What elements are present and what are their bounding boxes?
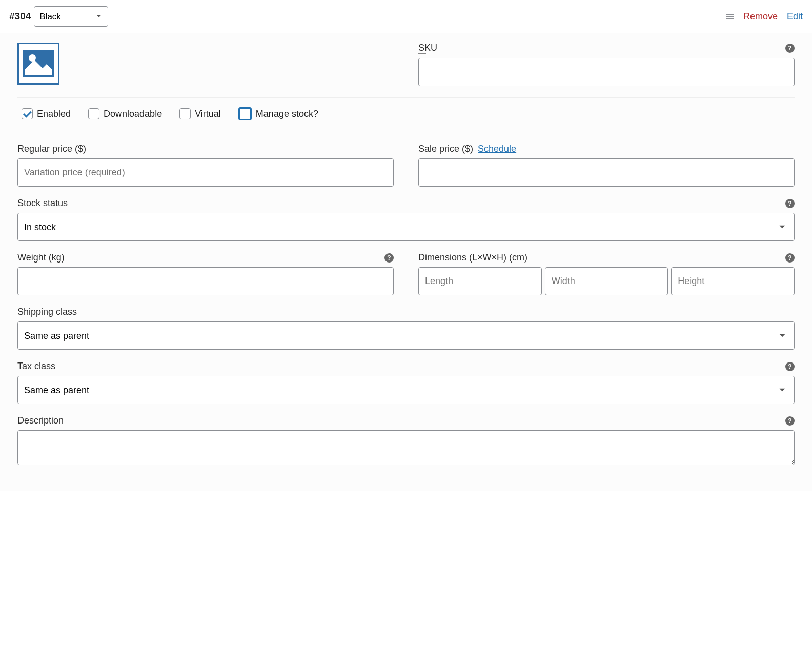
weight-label-row: Weight (kg) ? <box>17 252 394 263</box>
length-input[interactable] <box>418 267 542 295</box>
dimensions-help-icon[interactable]: ? <box>785 253 795 263</box>
virtual-label: Virtual <box>195 109 221 119</box>
weight-col: Weight (kg) ? <box>17 252 394 295</box>
description-row: Description ? <box>17 415 795 468</box>
weight-input[interactable] <box>17 267 394 295</box>
variation-panel: SKU ? Enabled Downloadable Virtual Manag… <box>0 33 812 491</box>
description-label-row: Description ? <box>17 415 795 426</box>
tax-class-help-icon[interactable]: ? <box>785 362 795 371</box>
dimensions-col: Dimensions (L×W×H) (cm) ? <box>418 252 795 295</box>
image-col <box>17 43 394 86</box>
sale-price-label: Sale price ($) Schedule <box>418 144 516 154</box>
manage-stock-option: Manage stock? <box>238 107 318 120</box>
svg-rect-0 <box>726 14 734 15</box>
stock-status-select[interactable]: In stock <box>17 213 795 241</box>
shipping-class-select[interactable]: Same as parent <box>17 321 795 350</box>
options-row: Enabled Downloadable Virtual Manage stoc… <box>17 97 795 129</box>
svg-rect-2 <box>726 18 734 19</box>
manage-stock-label: Manage stock? <box>256 109 318 119</box>
header-right: Remove Edit <box>726 11 803 22</box>
stock-status-help-icon[interactable]: ? <box>785 199 795 208</box>
variation-id: #304 <box>9 11 31 22</box>
virtual-checkbox[interactable] <box>179 108 191 119</box>
virtual-option: Virtual <box>179 108 221 119</box>
header-left: #304 Black <box>9 6 108 27</box>
weight-label: Weight (kg) <box>17 252 65 263</box>
enabled-option: Enabled <box>22 108 71 119</box>
regular-price-label-row: Regular price ($) <box>17 144 394 154</box>
regular-price-input[interactable] <box>17 158 394 187</box>
sale-price-input[interactable] <box>418 158 795 187</box>
sku-label: SKU <box>418 43 437 54</box>
image-sku-row: SKU ? <box>17 43 795 86</box>
svg-rect-1 <box>726 16 734 17</box>
enabled-label: Enabled <box>37 109 71 119</box>
edit-link[interactable]: Edit <box>787 11 803 22</box>
sale-price-col: Sale price ($) Schedule <box>418 144 795 187</box>
shipping-class-row: Shipping class Same as parent <box>17 307 795 350</box>
sku-help-icon[interactable]: ? <box>785 44 795 53</box>
image-placeholder-icon <box>23 50 54 77</box>
variation-header: #304 Black Remove Edit <box>0 0 812 33</box>
weight-help-icon[interactable]: ? <box>384 253 394 263</box>
sku-input[interactable] <box>418 58 795 86</box>
regular-price-col: Regular price ($) <box>17 144 394 187</box>
tax-class-row: Tax class ? Same as parent <box>17 361 795 404</box>
attribute-select[interactable]: Black <box>34 6 108 27</box>
height-input[interactable] <box>671 267 795 295</box>
description-label: Description <box>17 415 64 426</box>
shipping-class-label-row: Shipping class <box>17 307 795 317</box>
sale-price-label-row: Sale price ($) Schedule <box>418 144 795 154</box>
dimensions-group <box>418 267 795 295</box>
tax-class-label: Tax class <box>17 361 55 372</box>
downloadable-checkbox[interactable] <box>88 108 99 119</box>
weight-dims-row: Weight (kg) ? Dimensions (L×W×H) (cm) ? <box>17 252 795 295</box>
remove-link[interactable]: Remove <box>743 11 778 22</box>
drag-handle-icon[interactable] <box>726 12 734 21</box>
regular-price-label: Regular price ($) <box>17 144 86 154</box>
tax-class-label-row: Tax class ? <box>17 361 795 372</box>
downloadable-label: Downloadable <box>104 109 162 119</box>
variation-image-upload[interactable] <box>17 43 59 85</box>
enabled-checkbox[interactable] <box>22 108 33 119</box>
sku-col: SKU ? <box>418 43 795 86</box>
description-help-icon[interactable]: ? <box>785 416 795 426</box>
downloadable-option: Downloadable <box>88 108 162 119</box>
shipping-class-label: Shipping class <box>17 307 77 317</box>
dimensions-label-row: Dimensions (L×W×H) (cm) ? <box>418 252 795 263</box>
stock-status-label: Stock status <box>17 198 68 209</box>
width-input[interactable] <box>545 267 668 295</box>
manage-stock-checkbox[interactable] <box>238 107 252 120</box>
schedule-link[interactable]: Schedule <box>478 144 516 154</box>
stock-status-row: Stock status ? In stock <box>17 198 795 241</box>
sku-label-row: SKU ? <box>418 43 795 54</box>
dimensions-label: Dimensions (L×W×H) (cm) <box>418 252 527 263</box>
prices-row: Regular price ($) Sale price ($) Schedul… <box>17 144 795 187</box>
tax-class-select[interactable]: Same as parent <box>17 376 795 404</box>
description-textarea[interactable] <box>17 430 795 465</box>
stock-status-label-row: Stock status ? <box>17 198 795 209</box>
